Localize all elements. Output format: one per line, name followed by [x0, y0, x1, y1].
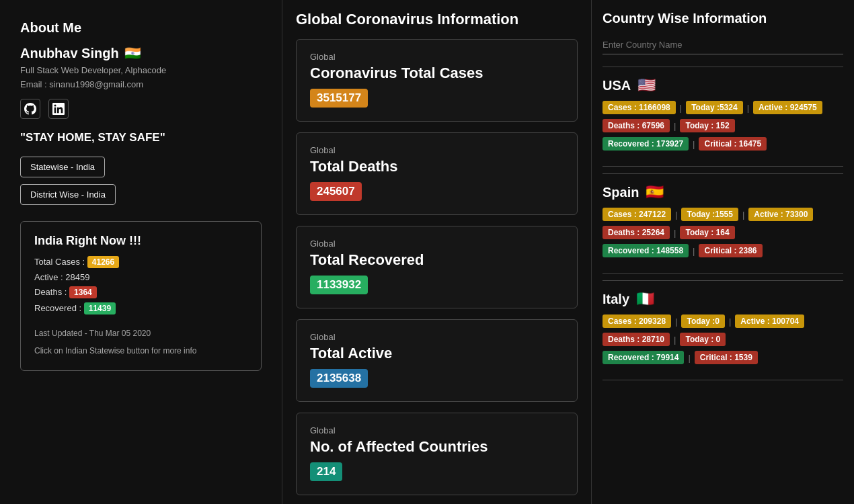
india-footer: Last Updated - Thu Mar 05 2020 Click on …: [34, 327, 247, 358]
name-row: Anubhav Singh 🇮🇳: [20, 45, 262, 61]
india-total-cases-label: Total Cases :: [34, 257, 85, 267]
global-card-title-0: Coronavirus Total Cases: [310, 65, 564, 82]
author-subtitle: Full Stack Web Developer, Alphacode: [20, 65, 262, 75]
italy-deaths: Deaths : 28710: [603, 333, 670, 346]
author-name: Anubhav Singh: [20, 46, 119, 61]
global-label-3: Global: [310, 332, 564, 342]
india-card-title: India Right Now !!!: [34, 234, 247, 248]
author-email: Email : sinanu1998@gmail.com: [20, 79, 262, 89]
usa-row-2: Deaths : 67596 | Today : 152: [603, 119, 843, 132]
tagline: "STAY HOME, STAY SAFE": [20, 131, 262, 144]
india-card: India Right Now !!! Total Cases : 41266 …: [20, 221, 262, 371]
global-card-active: Global Total Active 2135638: [296, 319, 578, 402]
global-cases-value: 3515177: [310, 89, 368, 108]
india-deaths-badge: 1364: [69, 286, 97, 298]
country-card-usa: USA 🇺🇸 Cases : 1166098 | Today :5324 | A…: [603, 67, 843, 167]
italy-today-deaths: Today : 0: [680, 333, 726, 346]
districtwise-india-button[interactable]: District Wise - India: [20, 184, 116, 205]
india-recovered: Recovered : 11439: [34, 302, 247, 314]
spain-deaths: Deaths : 25264: [603, 226, 670, 239]
social-icons: [20, 99, 262, 119]
india-active-value: 28459: [65, 272, 89, 282]
country-card-italy: Italy 🇮🇹 Cases : 209328 | Today :0 | Act…: [603, 280, 843, 380]
about-me-title: About Me: [20, 20, 262, 36]
linkedin-icon[interactable]: [48, 99, 69, 119]
india-deaths-label: Deaths :: [34, 287, 67, 297]
usa-recovered: Recovered : 173927: [603, 137, 689, 151]
spain-today-deaths: Today : 164: [680, 226, 734, 239]
spain-row-2: Deaths : 25264 | Today : 164: [603, 226, 843, 239]
global-recovered-value: 1133932: [310, 276, 368, 294]
global-label-1: Global: [310, 145, 564, 155]
italy-row-2: Deaths : 28710 | Today : 0: [603, 333, 843, 346]
global-card-recovered: Global Total Recovered 1133932: [296, 226, 578, 308]
global-card-deaths: Global Total Deaths 245607: [296, 132, 578, 215]
right-panel: Country Wise Information USA 🇺🇸 Cases : …: [592, 0, 854, 504]
global-label-0: Global: [310, 52, 564, 62]
spain-name-row: Spain 🇪🇸: [603, 183, 843, 201]
global-card-title-1: Total Deaths: [310, 158, 564, 175]
italy-name: Italy: [603, 292, 629, 307]
india-active: Active : 28459: [34, 272, 247, 282]
global-card-title-3: Total Active: [310, 345, 564, 362]
italy-critical: Critical : 1539: [695, 351, 758, 364]
italy-name-row: Italy 🇮🇹: [603, 290, 843, 308]
italy-row-3: Recovered : 79914 | Critical : 1539: [603, 351, 843, 364]
global-card-title-2: Total Recovered: [310, 251, 564, 269]
india-flag-emoji: 🇮🇳: [124, 45, 141, 61]
global-active-value: 2135638: [310, 369, 368, 388]
global-countries-value: 214: [310, 462, 342, 481]
italy-active: Active : 100704: [735, 314, 804, 328]
usa-name-row: USA 🇺🇸: [603, 77, 843, 94]
usa-today-cases: Today :5324: [686, 101, 742, 114]
global-section-title: Global Coronavirus Information: [296, 11, 578, 28]
usa-active: Active : 924575: [753, 101, 822, 114]
global-card-cases: Global Coronavirus Total Cases 3515177: [296, 39, 578, 122]
statewise-india-button[interactable]: Statewise - India: [20, 157, 105, 177]
spain-active: Active : 73300: [748, 208, 813, 221]
spain-today-cases: Today :1555: [681, 208, 738, 221]
italy-row-1: Cases : 209328 | Today :0 | Active : 100…: [603, 314, 843, 328]
india-info: Click on Indian Statewise button for mor…: [34, 344, 247, 358]
india-recovered-label: Recovered :: [34, 303, 81, 313]
italy-cases: Cases : 209328: [603, 314, 671, 328]
country-wise-title: Country Wise Information: [603, 11, 843, 26]
left-panel: About Me Anubhav Singh 🇮🇳 Full Stack Web…: [0, 0, 282, 504]
spain-row-1: Cases : 247122 | Today :1555 | Active : …: [603, 208, 843, 221]
country-search-input[interactable]: [603, 36, 843, 54]
global-label-4: Global: [310, 425, 564, 435]
spain-name: Spain: [603, 185, 639, 200]
middle-panel: Global Coronavirus Information Global Co…: [282, 0, 592, 504]
india-deaths: Deaths : 1364: [34, 286, 247, 298]
spain-recovered: Recovered : 148558: [603, 244, 689, 257]
usa-cases: Cases : 1166098: [603, 101, 676, 114]
spain-critical: Critical : 2386: [699, 244, 762, 257]
email-label: Email :: [20, 79, 47, 89]
usa-row-1: Cases : 1166098 | Today :5324 | Active :…: [603, 101, 843, 114]
usa-row-3: Recovered : 173927 | Critical : 16475: [603, 137, 843, 151]
italy-flag: 🇮🇹: [636, 290, 654, 308]
email-value: sinanu1998@gmail.com: [49, 79, 143, 89]
italy-today-cases: Today :0: [681, 314, 724, 328]
italy-recovered: Recovered : 79914: [603, 351, 684, 364]
global-card-countries: Global No. of Affected Countries 214: [296, 413, 578, 495]
india-total-cases-badge: 41266: [87, 256, 119, 268]
spain-row-3: Recovered : 148558 | Critical : 2386: [603, 244, 843, 257]
country-card-spain: Spain 🇪🇸 Cases : 247122 | Today :1555 | …: [603, 173, 843, 274]
github-icon[interactable]: [20, 99, 40, 119]
global-label-2: Global: [310, 239, 564, 249]
nav-buttons: Statewise - India District Wise - India: [20, 157, 262, 205]
last-updated: Last Updated - Thu Mar 05 2020: [34, 327, 247, 340]
india-recovered-badge: 11439: [84, 302, 116, 314]
usa-deaths: Deaths : 67596: [603, 119, 670, 132]
usa-flag: 🇺🇸: [637, 77, 656, 94]
spain-cases: Cases : 247122: [603, 208, 671, 221]
usa-name: USA: [603, 78, 631, 93]
spain-flag: 🇪🇸: [646, 183, 664, 201]
india-total-cases: Total Cases : 41266: [34, 256, 247, 268]
global-card-title-4: No. of Affected Countries: [310, 438, 564, 456]
india-active-label: Active :: [34, 272, 63, 282]
usa-critical: Critical : 16475: [699, 137, 767, 151]
usa-today-deaths: Today : 152: [680, 119, 734, 132]
global-deaths-value: 245607: [310, 182, 362, 201]
